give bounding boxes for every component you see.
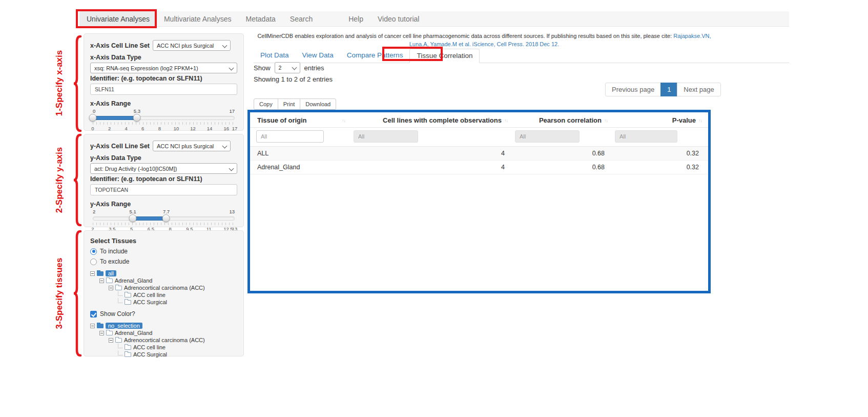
top-navbar: Univariate Analyses Multivariate Analyse… bbox=[79, 11, 789, 27]
nav-item-metadata[interactable]: Metadata bbox=[238, 11, 282, 26]
folder-icon bbox=[115, 338, 122, 343]
x-range-slider[interactable]: 0 5.3 17 0 2 4 6 8 10 12 14 16 17 bbox=[93, 108, 235, 132]
tab-view-data[interactable]: View Data bbox=[296, 49, 340, 63]
tree-node-acc[interactable]: Adrenocortical carcinoma (ACC) bbox=[90, 284, 237, 291]
tree-node-acc-cell-line[interactable]: ACC cell line bbox=[90, 344, 237, 351]
x-range-tick: 6 bbox=[141, 126, 144, 131]
x-range-tick: 8 bbox=[158, 126, 161, 131]
pagination: Previous page 1 Next page bbox=[605, 83, 721, 96]
entries-label: entries bbox=[304, 64, 324, 72]
tab-plot-data[interactable]: Plot Data bbox=[254, 49, 296, 63]
tab-compare-patterns[interactable]: Compare Patterns bbox=[340, 49, 410, 63]
download-button[interactable]: Download bbox=[300, 98, 336, 110]
column-header-p-value[interactable]: P-value ↑↓ bbox=[609, 116, 703, 124]
filter-input-cell-lines[interactable] bbox=[354, 130, 418, 143]
tree-node-acc-cell-line[interactable]: ACC cell line bbox=[90, 291, 237, 299]
description-text: CellMinerCDB enables exploration and ana… bbox=[257, 33, 673, 39]
table-row: ALL 4 0.68 0.32 bbox=[250, 147, 708, 161]
x-data-type-label: x-Axis Data Type bbox=[90, 54, 237, 61]
y-range-handle-low[interactable] bbox=[129, 214, 137, 222]
filter-input-tissue[interactable] bbox=[256, 130, 324, 143]
entries-value: 2 bbox=[279, 65, 282, 71]
column-label: Cell lines with complete observations bbox=[383, 116, 502, 124]
y-range-high-value: 7.7 bbox=[163, 209, 170, 214]
sort-icon[interactable]: ↑↓ bbox=[504, 118, 508, 123]
tree-node-label: ACC cell line bbox=[133, 344, 166, 350]
nav-item-multivariate-analyses[interactable]: Multivariate Analyses bbox=[157, 11, 239, 26]
y-data-type-select[interactable]: act: Drug Activity (-log10[IC50M]) bbox=[90, 163, 237, 174]
x-data-type-select[interactable]: xsq: RNA-seq Expression (log2 FPKM+1) bbox=[90, 63, 237, 73]
tissue-tree: all Adrenal_Gland Adrenocortical carcino… bbox=[90, 270, 237, 306]
x-range-tick: 0 bbox=[91, 126, 94, 131]
show-color-checkbox-row[interactable]: Show Color? bbox=[90, 310, 237, 317]
show-color-label: Show Color? bbox=[100, 310, 135, 317]
nav-item-help[interactable]: Help bbox=[341, 11, 370, 26]
tree-node-label: no_selection bbox=[106, 323, 142, 329]
column-header-tissue-of-origin[interactable]: Tissue of origin ↑↓ bbox=[250, 116, 347, 124]
collapse-icon[interactable] bbox=[99, 331, 104, 335]
radio-include-icon bbox=[90, 248, 97, 255]
tree-node-label: Adrenocortical carcinoma (ACC) bbox=[124, 337, 205, 343]
nav-item-search[interactable]: Search bbox=[283, 11, 320, 26]
filter-input-pearson[interactable] bbox=[515, 130, 580, 143]
column-header-cell-lines[interactable]: Cell lines with complete observations ↑↓ bbox=[347, 116, 509, 124]
tree-node-adrenal-gland[interactable]: Adrenal_Gland bbox=[90, 329, 237, 336]
print-button[interactable]: Print bbox=[278, 98, 301, 110]
show-label: Show bbox=[254, 64, 271, 72]
y-range-handle-high[interactable] bbox=[162, 214, 170, 222]
tree-node-label: Adrenal_Gland bbox=[115, 277, 152, 284]
x-range-tick: 14 bbox=[207, 126, 213, 131]
radio-to-exclude[interactable]: To exclude bbox=[90, 258, 237, 265]
x-cell-line-set-select[interactable]: ACC NCI plus Surgical bbox=[153, 40, 231, 51]
tissues-panel: Select Tissues To include To exclude all… bbox=[84, 230, 244, 356]
table-header-row: Tissue of origin ↑↓ Cell lines with comp… bbox=[250, 112, 708, 128]
x-range-high-value: 5.3 bbox=[134, 108, 140, 114]
filter-input-p-value[interactable] bbox=[615, 130, 677, 143]
copy-button[interactable]: Copy bbox=[254, 98, 278, 110]
column-header-pearson-correlation[interactable]: Pearson correlation ↑↓ bbox=[509, 116, 609, 124]
column-label: Pearson correlation bbox=[539, 116, 602, 124]
sort-icon[interactable]: ↑↓ bbox=[698, 118, 702, 123]
collapse-icon[interactable] bbox=[99, 279, 104, 283]
x-range-tick: 4 bbox=[125, 126, 128, 131]
y-axis-panel: y-Axis Cell Line Set ACC NCI plus Surgic… bbox=[84, 134, 244, 227]
tree-node-no-selection[interactable]: no_selection bbox=[90, 322, 237, 329]
tree-node-acc-surgical[interactable]: ACC Surgical bbox=[90, 299, 237, 306]
collapse-icon[interactable] bbox=[90, 324, 95, 328]
entries-select[interactable]: 2 bbox=[275, 62, 300, 73]
y-cell-line-set-label: y-Axis Cell Line Set bbox=[90, 143, 150, 150]
nav-item-univariate-analyses[interactable]: Univariate Analyses bbox=[79, 11, 157, 26]
sort-icon[interactable]: ↑↓ bbox=[604, 118, 608, 123]
radio-to-include[interactable]: To include bbox=[90, 248, 237, 255]
y-cell-line-set-select[interactable]: ACC NCI plus Surgical bbox=[153, 141, 231, 151]
tree-connector bbox=[118, 291, 122, 296]
sort-icon[interactable]: ↑↓ bbox=[342, 118, 345, 123]
tab-tissue-correlation[interactable]: Tissue Correlation bbox=[409, 49, 480, 63]
x-identifier-input[interactable] bbox=[90, 84, 237, 95]
tree-node-adrenal-gland[interactable]: Adrenal_Gland bbox=[90, 277, 237, 284]
tree-node-acc[interactable]: Adrenocortical carcinoma (ACC) bbox=[90, 336, 237, 344]
select-tissues-title: Select Tissues bbox=[90, 237, 237, 245]
export-buttons: Copy Print Download bbox=[254, 98, 336, 110]
y-identifier-label: Identifier: (e.g. topotecan or SLFN11) bbox=[90, 175, 237, 183]
y-data-type-label: y-Axis Data Type bbox=[90, 154, 237, 162]
page-number-button[interactable]: 1 bbox=[660, 83, 677, 96]
cell-cell-lines: 4 bbox=[347, 164, 509, 171]
tree-node-acc-surgical[interactable]: ACC Surgical bbox=[90, 351, 237, 358]
y-range-slider[interactable]: 2 5.1 7.7 13 2 3.5 5 6.5 8 9.5 11 12.5 1… bbox=[93, 209, 235, 232]
nav-item-video-tutorial[interactable]: Video tutorial bbox=[370, 11, 426, 26]
x-range-max-value: 17 bbox=[229, 108, 235, 114]
next-page-button[interactable]: Next page bbox=[677, 83, 720, 96]
previous-page-button[interactable]: Previous page bbox=[605, 83, 661, 96]
x-range-handle-high[interactable] bbox=[133, 114, 141, 122]
collapse-icon[interactable] bbox=[109, 338, 113, 343]
x-range-handle-low[interactable] bbox=[89, 114, 97, 122]
tree-node-all[interactable]: all bbox=[90, 270, 237, 277]
collapse-icon[interactable] bbox=[109, 286, 113, 290]
entries-control: Show 2 entries bbox=[254, 62, 324, 73]
tree-connector bbox=[118, 344, 122, 348]
collapse-icon[interactable] bbox=[90, 271, 95, 276]
y-identifier-input[interactable] bbox=[90, 184, 237, 195]
folder-icon bbox=[125, 293, 131, 297]
table-filter-row bbox=[250, 128, 708, 147]
